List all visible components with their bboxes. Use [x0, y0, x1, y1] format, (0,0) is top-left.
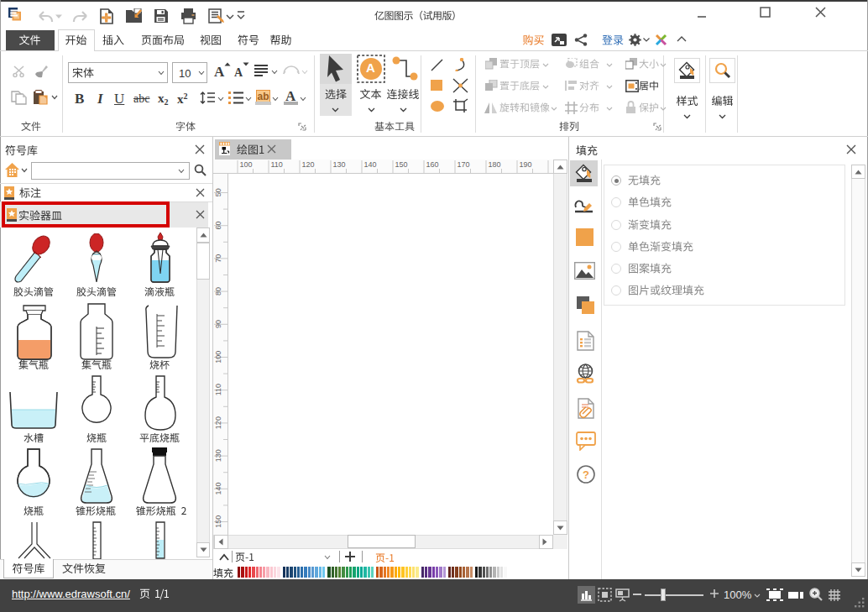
svg-text:120: 120 [302, 160, 315, 169]
svg-text:110: 110 [271, 160, 283, 169]
svg-text:130: 130 [214, 449, 222, 462]
svg-text:120: 120 [214, 416, 222, 429]
svg-text:70: 70 [214, 254, 222, 263]
svg-text:190: 190 [520, 160, 532, 169]
svg-text:130: 130 [333, 160, 346, 169]
svg-text:50: 50 [214, 188, 222, 196]
svg-text:180: 180 [489, 160, 501, 169]
svg-text:140: 140 [214, 483, 222, 495]
svg-text:140: 140 [364, 160, 377, 169]
svg-text:170: 170 [458, 160, 470, 169]
svg-text:100: 100 [214, 351, 222, 364]
svg-text:90: 90 [214, 320, 222, 328]
svg-text:80: 80 [214, 287, 222, 296]
svg-text:?: ? [583, 468, 589, 481]
svg-text:60: 60 [214, 222, 222, 230]
svg-text:100: 100 [240, 160, 253, 169]
svg-text:150: 150 [214, 515, 222, 528]
svg-text:110: 110 [214, 384, 222, 395]
svg-text:150: 150 [395, 160, 408, 169]
svg-text:160: 160 [426, 160, 439, 169]
